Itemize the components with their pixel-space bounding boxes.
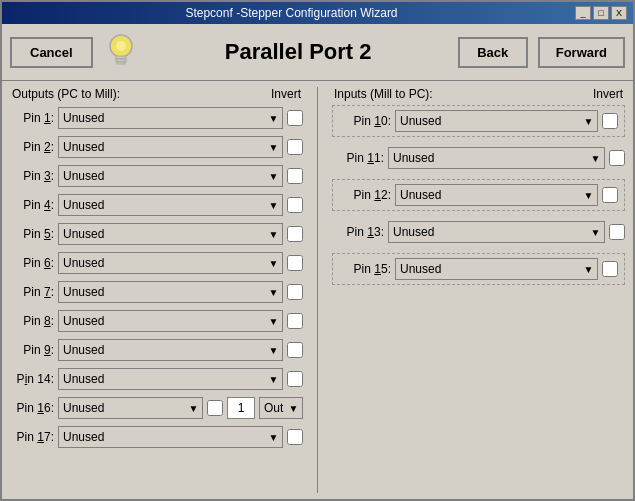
pin-row-15: Pin 15: Unused ▼ bbox=[339, 258, 618, 280]
pin12-label: Pin 12: bbox=[339, 188, 391, 202]
pin10-select[interactable]: Unused bbox=[395, 110, 598, 132]
pin11-select-wrap: Unused ▼ bbox=[388, 147, 605, 169]
inputs-label: Inputs (Mill to PC): bbox=[334, 87, 433, 101]
pin-row-7: Pin 7: Unused ▼ bbox=[10, 279, 303, 305]
main-window: Stepconf -Stepper Configuration Wizard _… bbox=[0, 0, 635, 501]
pin10-label: Pin 10: bbox=[339, 114, 391, 128]
pin3-select-wrap: Unused ▼ bbox=[58, 165, 283, 187]
pin9-label: Pin 9: bbox=[10, 343, 54, 357]
pin17-select[interactable]: Unused bbox=[58, 426, 283, 448]
pin-row-17: Pin 17: Unused ▼ bbox=[10, 424, 303, 450]
outputs-header: Outputs (PC to Mill): Invert bbox=[10, 87, 303, 101]
svg-point-4 bbox=[116, 41, 126, 51]
pin2-select[interactable]: Unused bbox=[58, 136, 283, 158]
pin-row-11: Pin 11: Unused ▼ bbox=[332, 145, 625, 171]
pin6-invert[interactable] bbox=[287, 255, 303, 271]
pin14-label: Pin 14: bbox=[10, 372, 54, 386]
pin2-invert[interactable] bbox=[287, 139, 303, 155]
pin8-select-wrap: Unused ▼ bbox=[58, 310, 283, 332]
pin-row-6: Pin 6: Unused ▼ bbox=[10, 250, 303, 276]
pin3-invert[interactable] bbox=[287, 168, 303, 184]
pin12-select-wrap: Unused ▼ bbox=[395, 184, 598, 206]
pin6-label: Pin 6: bbox=[10, 256, 54, 270]
pin4-select-wrap: Unused ▼ bbox=[58, 194, 283, 216]
pin3-label: Pin 3: bbox=[10, 169, 54, 183]
pin4-select[interactable]: Unused bbox=[58, 194, 283, 216]
window-title: Stepconf -Stepper Configuration Wizard bbox=[8, 6, 575, 20]
pin1-invert[interactable] bbox=[287, 110, 303, 126]
pin3-select[interactable]: Unused bbox=[58, 165, 283, 187]
pin13-select-wrap: Unused ▼ bbox=[388, 221, 605, 243]
page-title: Parallel Port 2 bbox=[149, 39, 448, 65]
pin5-label: Pin 5: bbox=[10, 227, 54, 241]
pin14-invert[interactable] bbox=[287, 371, 303, 387]
pin5-select[interactable]: Unused bbox=[58, 223, 283, 245]
pin6-select-wrap: Unused ▼ bbox=[58, 252, 283, 274]
pin7-invert[interactable] bbox=[287, 284, 303, 300]
pin8-select[interactable]: Unused bbox=[58, 310, 283, 332]
close-button[interactable]: X bbox=[611, 6, 627, 20]
pin15-select-wrap: Unused ▼ bbox=[395, 258, 598, 280]
pin-row-8: Pin 8: Unused ▼ bbox=[10, 308, 303, 334]
pin16-select-wrap: Unused ▼ bbox=[58, 397, 203, 419]
pin16-invert[interactable] bbox=[207, 400, 223, 416]
pin2-label: Pin 2: bbox=[10, 140, 54, 154]
back-button[interactable]: Back bbox=[458, 37, 528, 68]
pin16-out-select[interactable]: Out bbox=[259, 397, 303, 419]
minimize-button[interactable]: _ bbox=[575, 6, 591, 20]
pin7-label: Pin 7: bbox=[10, 285, 54, 299]
pin11-invert[interactable] bbox=[609, 150, 625, 166]
pin10-select-wrap: Unused ▼ bbox=[395, 110, 598, 132]
pin17-select-wrap: Unused ▼ bbox=[58, 426, 283, 448]
pin13-label: Pin 13: bbox=[332, 225, 384, 239]
pin12-invert[interactable] bbox=[602, 187, 618, 203]
pin4-invert[interactable] bbox=[287, 197, 303, 213]
pin15-label: Pin 15: bbox=[339, 262, 391, 276]
pin7-select-wrap: Unused ▼ bbox=[58, 281, 283, 303]
pin17-label: Pin 17: bbox=[10, 430, 54, 444]
pin16-select[interactable]: Unused bbox=[58, 397, 203, 419]
pin9-select[interactable]: Unused bbox=[58, 339, 283, 361]
outputs-invert-label: Invert bbox=[271, 87, 301, 101]
pin12-select[interactable]: Unused bbox=[395, 184, 598, 206]
pin16-num-input[interactable] bbox=[227, 397, 255, 419]
pin5-select-wrap: Unused ▼ bbox=[58, 223, 283, 245]
pin11-label: Pin 11: bbox=[332, 151, 384, 165]
toolbar: Cancel Parallel Port 2 Back Forward bbox=[2, 24, 633, 81]
pin10-invert[interactable] bbox=[602, 113, 618, 129]
pin1-label: Pin 1: bbox=[10, 111, 54, 125]
pin-row-2: Pin 2: Unused ▼ bbox=[10, 134, 303, 160]
lightbulb-icon bbox=[103, 30, 139, 74]
pin-row-1: Pin 1: Unused ▼ bbox=[10, 105, 303, 131]
outputs-column: Outputs (PC to Mill): Invert Pin 1: Unus… bbox=[10, 87, 303, 493]
pin13-select[interactable]: Unused bbox=[388, 221, 605, 243]
pin-row-12: Pin 12: Unused ▼ bbox=[339, 184, 618, 206]
pin14-select-wrap: Unused ▼ bbox=[58, 368, 283, 390]
pin15-select[interactable]: Unused bbox=[395, 258, 598, 280]
pin8-label: Pin 8: bbox=[10, 314, 54, 328]
maximize-button[interactable]: □ bbox=[593, 6, 609, 20]
forward-button[interactable]: Forward bbox=[538, 37, 625, 68]
pin-row-5: Pin 5: Unused ▼ bbox=[10, 221, 303, 247]
pin1-select[interactable]: Unused bbox=[58, 107, 283, 129]
pin-row-4: Pin 4: Unused ▼ bbox=[10, 192, 303, 218]
pin14-select[interactable]: Unused bbox=[58, 368, 283, 390]
pin15-invert[interactable] bbox=[602, 261, 618, 277]
pin8-invert[interactable] bbox=[287, 313, 303, 329]
pin7-select[interactable]: Unused bbox=[58, 281, 283, 303]
pin1-select-wrap: Unused ▼ bbox=[58, 107, 283, 129]
inputs-column: Inputs (Mill to PC): Invert Pin 10: Unus… bbox=[332, 87, 625, 493]
pin13-invert[interactable] bbox=[609, 224, 625, 240]
pin16-label: Pin 16: bbox=[10, 401, 54, 415]
svg-rect-3 bbox=[117, 62, 125, 64]
cancel-button[interactable]: Cancel bbox=[10, 37, 93, 68]
pin5-invert[interactable] bbox=[287, 226, 303, 242]
titlebar: Stepconf -Stepper Configuration Wizard _… bbox=[2, 2, 633, 24]
pin4-label: Pin 4: bbox=[10, 198, 54, 212]
pin-row-16: Pin 16: Unused ▼ Out ▼ bbox=[10, 395, 303, 421]
pin11-select[interactable]: Unused bbox=[388, 147, 605, 169]
pin17-invert[interactable] bbox=[287, 429, 303, 445]
pin-row-3: Pin 3: Unused ▼ bbox=[10, 163, 303, 189]
pin6-select[interactable]: Unused bbox=[58, 252, 283, 274]
pin9-invert[interactable] bbox=[287, 342, 303, 358]
